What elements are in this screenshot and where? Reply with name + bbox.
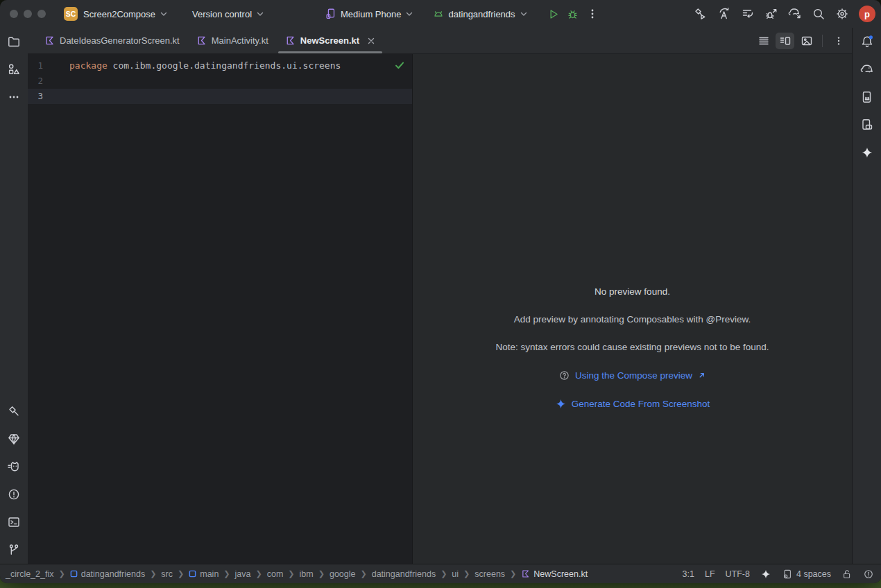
run-button[interactable]	[544, 4, 563, 24]
keyword-token: package	[69, 60, 108, 71]
code-line-2[interactable]: 2	[28, 74, 412, 89]
chevron-down-icon	[519, 9, 529, 19]
line-number: 1	[28, 58, 69, 74]
preview-title: No preview found.	[413, 286, 852, 297]
compose-preview-help-link[interactable]: Using the Compose preview	[575, 370, 692, 381]
gemini-status-icon[interactable]	[760, 569, 771, 580]
breadcrumb-separator: ❯	[223, 569, 230, 578]
resource-manager-icon[interactable]	[5, 61, 23, 78]
gradle-sync-icon[interactable]	[785, 4, 805, 24]
breadcrumb-item[interactable]: _circle_2_fix	[6, 569, 53, 579]
minimize-window-icon[interactable]	[24, 10, 32, 18]
right-tool-window-bar	[852, 28, 881, 564]
project-badge: SC	[64, 7, 78, 21]
run-configuration-selector[interactable]: datingandfriends	[432, 8, 528, 20]
kotlin-file-icon	[521, 569, 530, 578]
code-editor[interactable]: 1 package com.ibm.google.datingandfriend…	[28, 54, 413, 564]
device-phone-icon	[325, 8, 337, 20]
breadcrumb-separator: ❯	[288, 569, 294, 578]
tab-dateideasgeneratorscreen[interactable]: DateIdeasGeneratorScreen.kt	[36, 28, 188, 53]
ide-window: SC Screen2Compose Version control Medium…	[0, 0, 881, 583]
tab-newscreen[interactable]: NewScreen.kt	[277, 28, 384, 53]
device-explorer-icon[interactable]	[858, 116, 876, 133]
device-selector[interactable]: Medium Phone	[325, 8, 414, 20]
breadcrumb-item[interactable]: com	[267, 569, 284, 579]
breadcrumb-separator: ❯	[440, 569, 447, 578]
breadcrumb-item[interactable]: src	[161, 569, 173, 579]
breadcrumb-item[interactable]: ui	[452, 569, 459, 579]
project-menu[interactable]: Screen2Compose	[83, 9, 169, 19]
preview-message-2: Note: syntax errors could cause existing…	[413, 342, 852, 352]
version-control-branch-icon[interactable]	[5, 542, 23, 558]
breadcrumb-separator: ❯	[510, 569, 516, 578]
tab-mainactivity[interactable]: MainActivity.kt	[188, 28, 277, 53]
breadcrumb-separator: ❯	[463, 569, 470, 578]
breadcrumb-separator: ❯	[178, 569, 184, 578]
zoom-window-icon[interactable]	[37, 10, 46, 18]
inspection-ok-check-icon[interactable]	[394, 60, 405, 71]
code-line-1[interactable]: 1 package com.ibm.google.datingandfriend…	[28, 58, 412, 74]
close-window-icon[interactable]	[10, 10, 18, 18]
help-question-icon	[558, 370, 570, 381]
code-line-3-current[interactable]: 3	[28, 89, 412, 104]
apply-code-changes-icon[interactable]	[715, 4, 734, 24]
line-number: 3	[28, 89, 69, 104]
divider	[822, 35, 823, 47]
file-encoding[interactable]: UTF-8	[726, 569, 750, 579]
design-view-button[interactable]	[797, 33, 816, 49]
project-folder-icon[interactable]	[5, 33, 23, 50]
breadcrumb-item[interactable]: screens	[474, 569, 505, 579]
compose-preview-panel: No preview found. Add preview by annotat…	[413, 54, 852, 564]
split-view-button[interactable]	[776, 33, 794, 49]
caret-position[interactable]: 3:1	[683, 569, 694, 579]
title-bar: SC Screen2Compose Version control Medium…	[0, 0, 881, 28]
notification-dot	[869, 35, 872, 39]
breadcrumb-item[interactable]: datingandfriends	[70, 569, 145, 579]
build-and-run-icon[interactable]	[691, 4, 710, 24]
kotlin-file-icon	[44, 35, 55, 46]
indent-setting[interactable]: 4 spaces	[782, 569, 831, 580]
write-access-unlock-icon[interactable]	[841, 569, 853, 580]
line-separator[interactable]: LF	[705, 569, 715, 579]
app-quality-insights-icon[interactable]	[5, 431, 23, 447]
breadcrumb-item[interactable]: java	[235, 569, 251, 579]
breadcrumb-separator: ❯	[318, 569, 325, 578]
gradle-icon[interactable]	[858, 61, 876, 78]
module-icon	[189, 570, 196, 578]
problems-icon[interactable]	[5, 486, 23, 503]
editor-tab-bar: DateIdeasGeneratorScreen.kt MainActivity…	[28, 28, 852, 54]
breadcrumb-item[interactable]: ibm	[300, 569, 314, 579]
status-bar: _circle_2_fix ❯ datingandfriends ❯ src ❯…	[0, 564, 881, 583]
breadcrumb-item[interactable]: google	[330, 569, 356, 579]
gemini-icon[interactable]	[858, 144, 876, 161]
breadcrumb-separator: ❯	[150, 569, 156, 578]
close-tab-icon[interactable]	[367, 37, 375, 45]
more-run-options-icon[interactable]	[583, 4, 602, 24]
android-icon	[432, 8, 445, 20]
profile-avatar[interactable]: p	[859, 6, 875, 22]
breadcrumb-item-current-file[interactable]: NewScreen.kt	[521, 569, 588, 579]
inspection-widget-icon[interactable]	[863, 569, 874, 580]
attach-debugger-icon[interactable]	[762, 4, 781, 24]
logcat-icon[interactable]	[5, 458, 23, 475]
settings-gear-icon[interactable]	[832, 4, 852, 24]
terminal-icon[interactable]	[5, 514, 23, 530]
debug-button[interactable]	[563, 4, 583, 24]
build-hammer-icon[interactable]	[5, 403, 23, 420]
breadcrumb-separator: ❯	[58, 569, 65, 578]
window-controls[interactable]	[10, 10, 46, 18]
editor-options-icon[interactable]	[829, 33, 848, 49]
device-manager-icon[interactable]	[858, 89, 876, 105]
generate-code-from-screenshot-link[interactable]: Generate Code From Screenshot	[572, 399, 710, 409]
more-tool-windows-icon[interactable]	[5, 89, 23, 105]
version-control-menu[interactable]: Version control	[192, 9, 265, 19]
line-number: 2	[28, 74, 69, 89]
breadcrumb-item[interactable]: main	[189, 569, 219, 579]
module-icon	[70, 570, 78, 578]
task-history-icon[interactable]	[738, 4, 758, 24]
breadcrumb-item[interactable]: datingandfriends	[372, 569, 436, 579]
code-token: com.ibm.google.datingandfriends.ui.scree…	[108, 60, 341, 71]
code-view-button[interactable]	[754, 33, 773, 49]
search-everywhere-icon[interactable]	[809, 4, 828, 24]
notifications-bell-icon[interactable]	[858, 33, 876, 50]
